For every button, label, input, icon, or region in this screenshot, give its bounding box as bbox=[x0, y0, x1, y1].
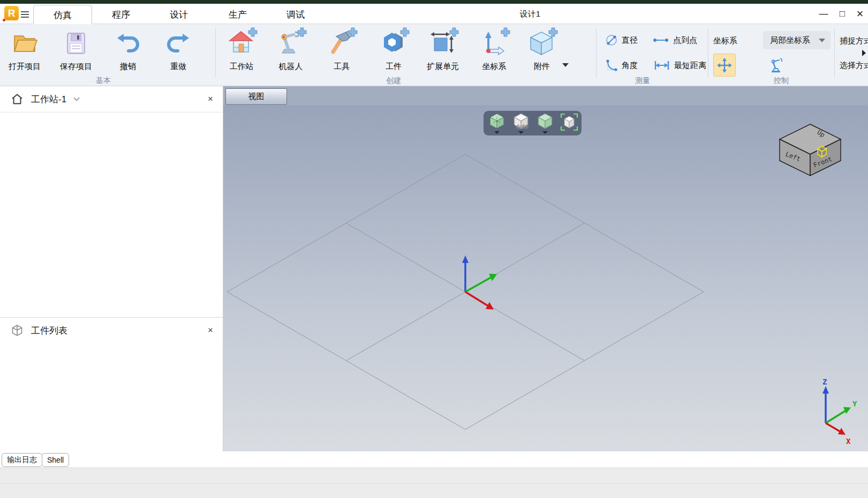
tab-program[interactable]: 程序 bbox=[92, 5, 150, 25]
create-attachment-button[interactable]: 附件 bbox=[520, 28, 563, 80]
ribbon-divider bbox=[215, 28, 216, 78]
axis-triad bbox=[822, 386, 851, 435]
robot-control-icon bbox=[768, 57, 784, 73]
workstation-panel-header: 工作站-1 × bbox=[0, 86, 223, 112]
snap-mode-button[interactable]: 捕捉方式 bbox=[840, 36, 868, 46]
wireframe-cube-button[interactable] bbox=[487, 113, 507, 134]
view-cube-corner-highlight bbox=[818, 146, 826, 157]
coordinate-system-caption: 坐标系 bbox=[713, 36, 737, 46]
measure-angle-button[interactable]: 角度 bbox=[605, 58, 638, 72]
ribbon-button-label: 撤销 bbox=[107, 62, 149, 72]
fit-to-view-cube-icon bbox=[560, 113, 578, 131]
fit-to-view-button[interactable] bbox=[559, 113, 579, 134]
diameter-icon bbox=[605, 34, 618, 47]
tab-simulation[interactable]: 仿真 bbox=[33, 5, 92, 25]
folder-open-icon bbox=[11, 29, 39, 57]
x-axis-label: X bbox=[846, 437, 851, 446]
group-label-create: 创建 bbox=[372, 76, 415, 86]
display-mode-toolbar: Solid bbox=[484, 111, 582, 135]
measure-item-label: 点到点 bbox=[673, 35, 697, 46]
app-logo[interactable]: R bbox=[4, 6, 19, 20]
panel-close-button[interactable]: × bbox=[205, 93, 216, 105]
coordinate-system-value: 局部坐标系 bbox=[770, 35, 810, 46]
axis-triad-labels: Z Y X bbox=[822, 378, 857, 446]
cube-outline-icon bbox=[11, 324, 24, 337]
measure-min-distance-button[interactable]: 最短距离 bbox=[653, 58, 706, 72]
hamburger-menu-icon[interactable] bbox=[21, 10, 29, 17]
wireframe-cube-icon bbox=[489, 113, 504, 129]
hex-nut-icon bbox=[380, 29, 407, 57]
undo-arrow-icon bbox=[114, 29, 142, 57]
select-mode-button[interactable]: 选择方式 bbox=[840, 61, 868, 71]
robot-arm-icon bbox=[277, 29, 305, 57]
measure-point-to-point-button[interactable]: 点到点 bbox=[652, 33, 697, 47]
create-robot-button[interactable]: 机器人 bbox=[269, 28, 312, 80]
view-cube bbox=[780, 124, 841, 176]
chevron-down-icon[interactable] bbox=[542, 131, 548, 134]
chevron-down-icon[interactable] bbox=[518, 131, 524, 134]
shell-tab[interactable]: Shell bbox=[42, 453, 69, 467]
y-axis-label: Y bbox=[852, 399, 857, 408]
titlebar: R 仿真 程序 设计 生产 调试 设计1 — □ × bbox=[0, 4, 868, 24]
measure-diameter-button[interactable]: 直径 bbox=[605, 33, 638, 47]
status-bar-divider bbox=[0, 483, 868, 484]
tab-debug[interactable]: 调试 bbox=[266, 5, 325, 25]
scene-graphics: Up Left Front Z Y X bbox=[223, 105, 868, 451]
tab-design[interactable]: 设计 bbox=[149, 5, 208, 25]
viewport-3d[interactable]: Up Left Front Z Y X bbox=[223, 105, 868, 451]
create-workpiece-button[interactable]: 工件 bbox=[372, 28, 415, 80]
ribbon-button-label: 附件 bbox=[520, 62, 563, 72]
ribbon-overflow-arrow[interactable] bbox=[862, 50, 866, 56]
maximize-button[interactable]: □ bbox=[834, 4, 850, 24]
ribbon-button-label: 坐标系 bbox=[473, 62, 516, 72]
document-title: 设计1 bbox=[498, 4, 562, 24]
chevron-down-icon[interactable] bbox=[494, 131, 500, 134]
undo-button[interactable]: 撤销 bbox=[107, 28, 149, 80]
output-log-tab[interactable]: 输出日志 bbox=[2, 453, 42, 467]
ribbon-button-label: 工件 bbox=[372, 62, 415, 72]
measure-item-label: 角度 bbox=[622, 61, 638, 71]
floppy-disk-icon bbox=[62, 29, 90, 57]
axes-icon bbox=[480, 29, 508, 57]
ribbon-divider bbox=[596, 28, 597, 78]
home-icon bbox=[11, 93, 24, 105]
create-coordinate-system-button[interactable]: 坐标系 bbox=[473, 28, 516, 80]
left-sidebar: 工作站-1 × 工件列表 × bbox=[0, 86, 223, 451]
panel-close-button[interactable]: × bbox=[205, 325, 216, 336]
chevron-down-icon[interactable] bbox=[73, 96, 80, 102]
solid-white-cube-icon bbox=[514, 113, 529, 129]
angle-arc-icon bbox=[605, 59, 618, 72]
ribbon-button-label: 打开项目 bbox=[3, 62, 46, 72]
minimize-button[interactable]: — bbox=[816, 4, 832, 24]
shaded-cube-button[interactable] bbox=[535, 113, 555, 134]
redo-button[interactable]: 重做 bbox=[157, 28, 200, 80]
house-icon bbox=[228, 29, 255, 57]
tab-production[interactable]: 生产 bbox=[208, 5, 267, 25]
bottom-tab-bar: 输出日志 Shell bbox=[0, 451, 868, 467]
chevron-down-icon bbox=[819, 39, 825, 42]
logo-notification-dot bbox=[3, 19, 5, 21]
coordinate-system-select[interactable]: 局部坐标系 bbox=[763, 31, 831, 49]
point-to-point-icon bbox=[652, 34, 669, 47]
solid-mode-button[interactable] bbox=[511, 113, 531, 134]
open-project-button[interactable]: 打开项目 bbox=[3, 28, 46, 80]
cube-icon bbox=[528, 29, 556, 57]
ribbon-divider bbox=[834, 28, 835, 78]
move-control-button[interactable] bbox=[713, 54, 736, 77]
view-tab-button[interactable]: 视图 bbox=[225, 88, 287, 105]
create-tool-button[interactable]: 工具 bbox=[320, 28, 363, 80]
ribbon-divider bbox=[708, 28, 708, 78]
attachment-dropdown-caret[interactable] bbox=[562, 63, 569, 67]
group-label-basic: 基本 bbox=[82, 76, 125, 86]
workpiece-list-area[interactable] bbox=[0, 343, 223, 451]
robot-control-button[interactable] bbox=[765, 54, 787, 77]
close-button[interactable]: × bbox=[852, 4, 868, 24]
create-extension-unit-button[interactable]: 扩展单元 bbox=[421, 28, 464, 80]
ribbon-toolbar: 打开项目 保存项目 撤销 bbox=[0, 24, 868, 86]
workstation-tree-area[interactable] bbox=[0, 112, 223, 317]
plus-badge-icon bbox=[248, 27, 258, 37]
create-workstation-button[interactable]: 工作站 bbox=[220, 28, 263, 80]
ribbon-button-label: 机器人 bbox=[269, 62, 312, 72]
save-project-button[interactable]: 保存项目 bbox=[55, 28, 97, 80]
measure-item-label: 最短距离 bbox=[674, 61, 706, 71]
